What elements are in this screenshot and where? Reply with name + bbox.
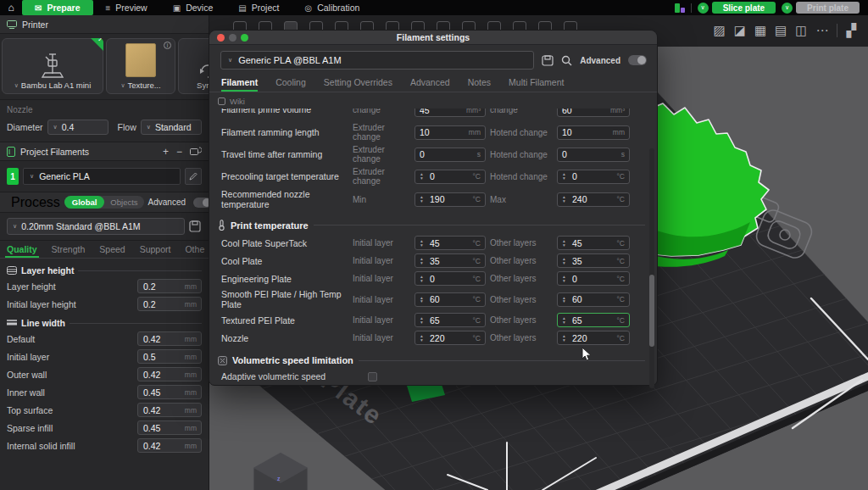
dialog-advanced-toggle[interactable] <box>628 55 647 65</box>
spinner-arrows[interactable]: ▴▾ <box>418 334 426 342</box>
dialog-titlebar[interactable]: Filament settings <box>209 31 657 45</box>
spin-down-icon[interactable]: ▾ <box>560 261 568 265</box>
spinner-arrows[interactable]: ▴▾ <box>560 316 568 324</box>
cut-cube-icon[interactable]: ◪ <box>734 22 746 39</box>
printer-card[interactable]: ∨Bambu Lab A1 mini <box>2 38 103 94</box>
value-input[interactable]: ▴▾220°C <box>415 331 486 345</box>
value-input[interactable]: ▴▾0°C <box>557 170 630 184</box>
save-filament-icon[interactable] <box>542 55 554 66</box>
scope-toggle[interactable]: Global Objects <box>64 196 144 209</box>
param-input[interactable]: 0.45mm <box>137 385 202 399</box>
spin-down-icon[interactable]: ▾ <box>560 243 568 248</box>
filament-select[interactable]: ∨ Generic PLA <box>23 168 181 185</box>
more-icon[interactable]: ⋯ <box>815 22 828 39</box>
clone-icon[interactable]: ◫ <box>795 22 807 39</box>
minimize-button[interactable] <box>229 34 236 42</box>
process-tab-quality[interactable]: Quality <box>5 244 39 258</box>
dialog-scrollbar[interactable] <box>649 148 654 388</box>
param-input[interactable]: 0.42mm <box>137 367 202 381</box>
spinner-arrows[interactable]: ▴▾ <box>560 296 568 303</box>
spinner-arrows[interactable]: ▴▾ <box>418 195 426 203</box>
spinner-arrows[interactable]: ▴▾ <box>560 257 568 264</box>
process-preset-select[interactable]: ∨ 0.20mm Standard @BBL A1M <box>7 218 185 235</box>
param-input[interactable]: 0.42mm <box>137 438 202 453</box>
spin-down-icon[interactable]: ▾ <box>418 261 426 265</box>
value-input[interactable]: 0s <box>415 148 486 162</box>
close-button[interactable] <box>217 34 225 42</box>
spinner-arrows[interactable]: ▴▾ <box>418 275 426 282</box>
sync-card[interactable]: Sync i <box>178 38 209 94</box>
value-input[interactable]: ▴▾35°C <box>557 253 630 268</box>
value-input[interactable]: ▴▾60°C <box>557 292 630 307</box>
zoom-button[interactable] <box>241 34 248 42</box>
value-input[interactable]: ▴▾45°C <box>557 236 630 250</box>
wiki-link[interactable]: Wiki <box>209 95 657 109</box>
spin-down-icon[interactable]: ▾ <box>560 199 568 203</box>
plate-type-card[interactable]: i ∨Texture... <box>106 38 175 94</box>
value-input[interactable]: ▴▾190°C <box>415 192 486 207</box>
param-input[interactable]: 0.42mm <box>137 403 202 417</box>
menu-tab-preview[interactable]: ≡Preview <box>93 0 160 15</box>
value-input[interactable]: 0s <box>557 148 630 162</box>
edit-filament-button[interactable] <box>185 168 202 185</box>
value-input[interactable]: 60mm³ <box>557 109 630 117</box>
spin-down-icon[interactable]: ▾ <box>418 338 426 342</box>
adaptive-volumetric-checkbox[interactable] <box>368 372 377 381</box>
spinner-arrows[interactable]: ▴▾ <box>418 257 426 264</box>
spinner-arrows[interactable]: ▴▾ <box>418 172 426 180</box>
assembly-icon[interactable]: ▞ <box>846 22 856 39</box>
search-icon[interactable] <box>561 55 572 66</box>
spin-down-icon[interactable]: ▾ <box>560 176 568 181</box>
menu-tab-calibration[interactable]: ◎Calibration <box>292 0 372 15</box>
value-input[interactable]: ▴▾65°C <box>415 313 486 327</box>
param-input[interactable]: 0.42mm <box>137 331 202 346</box>
dialog-tab-setting-overrides[interactable]: Setting Overrides <box>324 77 392 92</box>
spin-down-icon[interactable]: ▾ <box>418 243 426 248</box>
spinner-arrows[interactable]: ▴▾ <box>418 239 426 247</box>
spinner-arrows[interactable]: ▴▾ <box>560 195 568 203</box>
dialog-tab-cooling[interactable]: Cooling <box>275 77 306 92</box>
process-tab-othe[interactable]: Othe <box>183 244 206 258</box>
param-input[interactable]: 0.5mm <box>137 349 202 364</box>
value-input[interactable]: ▴▾45°C <box>415 236 486 250</box>
process-tab-speed[interactable]: Speed <box>97 244 126 258</box>
nozzle-diameter-select[interactable]: ∨ 0.4 <box>47 120 108 135</box>
sync-filament-icon[interactable] <box>190 147 202 157</box>
spin-down-icon[interactable]: ▾ <box>418 279 426 283</box>
filament-preset-select[interactable]: ∨ Generic PLA @BBL A1M <box>220 51 534 70</box>
dialog-tab-advanced[interactable]: Advanced <box>410 77 450 92</box>
value-input[interactable]: ▴▾35°C <box>415 253 486 268</box>
value-input[interactable]: 45mm³ <box>415 109 486 117</box>
value-input[interactable]: 10mm <box>415 125 486 140</box>
layers-icon[interactable]: ▤ <box>775 22 787 39</box>
spin-down-icon[interactable]: ▾ <box>560 299 568 303</box>
spinner-arrows[interactable]: ▴▾ <box>418 296 426 303</box>
spin-down-icon[interactable]: ▾ <box>560 320 568 325</box>
add-filament-button[interactable]: + <box>163 146 169 158</box>
param-input[interactable]: 0.2mm <box>137 297 202 311</box>
spin-down-icon[interactable]: ▾ <box>418 320 426 325</box>
flow-select[interactable]: ∨ Standard <box>141 120 202 135</box>
value-input[interactable]: 10mm <box>557 125 630 140</box>
menu-tab-project[interactable]: ▤Project <box>225 0 292 15</box>
scale-icon[interactable]: ▦ <box>754 22 766 39</box>
spin-down-icon[interactable]: ▾ <box>418 176 426 181</box>
value-input[interactable]: ▴▾220°C <box>557 331 630 345</box>
remove-filament-button[interactable]: − <box>176 146 182 158</box>
value-input[interactable]: ▴▾0°C <box>415 271 486 286</box>
value-input[interactable]: ▴▾60°C <box>415 292 486 307</box>
scope-objects[interactable]: Objects <box>104 198 143 207</box>
value-input[interactable]: ▴▾0°C <box>557 271 630 286</box>
spin-down-icon[interactable]: ▾ <box>560 338 568 342</box>
home-icon[interactable]: ⌂ <box>0 0 22 15</box>
spinner-arrows[interactable]: ▴▾ <box>560 239 568 247</box>
spin-down-icon[interactable]: ▾ <box>418 199 426 203</box>
fill-pattern-icon[interactable]: ▨ <box>714 22 726 39</box>
value-input[interactable]: ▴▾65°C <box>557 313 630 327</box>
spinner-arrows[interactable]: ▴▾ <box>418 316 426 324</box>
process-tab-strength[interactable]: Strength <box>50 244 87 258</box>
scrollbar-thumb[interactable] <box>649 275 654 347</box>
spin-down-icon[interactable]: ▾ <box>418 299 426 303</box>
value-input[interactable]: ▴▾0°C <box>415 170 486 184</box>
dialog-tab-notes[interactable]: Notes <box>468 77 491 92</box>
